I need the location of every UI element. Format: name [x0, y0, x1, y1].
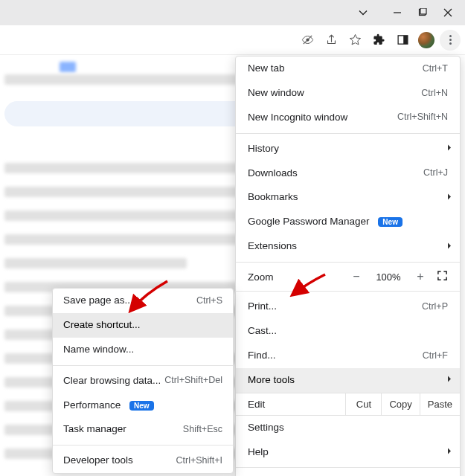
menu-label: Create shortcut...	[63, 318, 141, 332]
chevron-right-icon	[447, 142, 452, 156]
new-badge: New	[378, 217, 403, 227]
kebab-menu-button[interactable]	[440, 30, 461, 51]
submenu-performance[interactable]: Performance New	[53, 393, 233, 418]
submenu-save-page[interactable]: Save page as... Ctrl+S	[53, 289, 233, 313]
menu-label: Google Password Manager	[248, 216, 370, 227]
profile-avatar[interactable]	[416, 30, 437, 51]
menu-label: Print...	[248, 300, 277, 314]
separator	[236, 133, 460, 134]
menu-label: Bookmarks	[248, 190, 298, 205]
menu-label-with-badge: Performance New	[63, 399, 154, 413]
zoom-value: 100%	[373, 271, 404, 283]
separator	[236, 291, 460, 292]
edit-cut-button[interactable]: Cut	[346, 393, 382, 415]
text-selection	[60, 62, 76, 72]
menu-bookmarks[interactable]: Bookmarks	[236, 185, 460, 210]
close-button[interactable]	[435, 2, 461, 23]
placeholder-line	[4, 258, 187, 268]
submenu-developer-tools[interactable]: Developer tools Ctrl+Shift+I	[53, 448, 233, 473]
menu-label: Zoom	[248, 271, 340, 283]
reading-list-icon[interactable]	[392, 30, 413, 51]
menu-label: More tools	[248, 373, 295, 387]
submenu-create-shortcut[interactable]: Create shortcut...	[53, 313, 233, 338]
shortcut: Ctrl+P	[422, 300, 448, 314]
menu-settings[interactable]: Settings	[236, 416, 460, 440]
menu-label: Clear browsing data...	[63, 374, 161, 388]
menu-label: Cast...	[248, 324, 277, 338]
edit-paste-button[interactable]: Paste	[420, 393, 460, 415]
separator	[53, 445, 233, 446]
menu-help[interactable]: Help	[236, 440, 460, 465]
menu-label: Edit	[236, 393, 346, 415]
shortcut: Ctrl+Shift+I	[176, 454, 222, 468]
menu-label: New Incognito window	[248, 111, 347, 125]
svg-rect-2	[420, 8, 426, 14]
shortcut: Ctrl+T	[423, 62, 448, 76]
menu-label: New tab	[248, 62, 285, 76]
shortcut: Ctrl+F	[423, 350, 448, 363]
menu-label: Save page as...	[63, 294, 133, 308]
separator	[53, 365, 233, 366]
menu-new-incognito[interactable]: New Incognito window Ctrl+Shift+N	[236, 106, 460, 130]
shortcut: Ctrl+J	[423, 167, 448, 180]
menu-zoom-row: Zoom − 100% +	[236, 266, 460, 288]
menu-edit-row: Edit Cut Copy Paste	[236, 393, 460, 416]
menu-more-tools[interactable]: More tools	[236, 368, 460, 393]
menu-label: Help	[248, 446, 269, 460]
menu-new-tab[interactable]: New tab Ctrl+T	[236, 57, 460, 81]
shortcut: Shift+Esc	[183, 423, 222, 437]
separator	[236, 467, 460, 468]
star-icon[interactable]	[344, 30, 365, 51]
shortcut: Ctrl+N	[421, 87, 448, 100]
eye-icon[interactable]	[297, 30, 318, 51]
menu-extensions[interactable]: Extensions	[236, 234, 460, 259]
chrome-main-menu: New tab Ctrl+T New window Ctrl+N New Inc…	[235, 56, 461, 476]
menu-find[interactable]: Find... Ctrl+F	[236, 344, 460, 368]
edit-copy-button[interactable]: Copy	[382, 393, 420, 415]
menu-cast[interactable]: Cast...	[236, 319, 460, 344]
menu-label: Task manager	[63, 422, 126, 437]
chevron-right-icon	[447, 239, 452, 254]
chevron-right-icon	[447, 190, 452, 205]
menu-label: Extensions	[248, 239, 297, 254]
menu-label: History	[248, 142, 279, 156]
menu-exit[interactable]: Exit	[236, 471, 460, 476]
submenu-name-window[interactable]: Name window...	[53, 338, 233, 362]
zoom-in-button[interactable]: +	[413, 270, 428, 283]
menu-password-manager[interactable]: Google Password Manager New	[236, 210, 460, 234]
more-tools-submenu: Save page as... Ctrl+S Create shortcut..…	[52, 288, 234, 474]
menu-label: Find...	[248, 349, 276, 363]
minimize-button[interactable]	[385, 2, 410, 23]
separator	[236, 262, 460, 263]
menu-label: Developer tools	[63, 454, 133, 468]
menu-label: Name window...	[63, 343, 134, 357]
menu-downloads[interactable]: Downloads Ctrl+J	[236, 161, 460, 186]
menu-label-with-badge: Google Password Manager New	[248, 215, 403, 229]
new-badge: New	[129, 401, 154, 411]
menu-label: Downloads	[248, 167, 298, 181]
menu-label: New window	[248, 86, 304, 100]
maximize-button[interactable]	[410, 2, 435, 23]
zoom-out-button[interactable]: −	[349, 270, 364, 283]
submenu-clear-browsing[interactable]: Clear browsing data... Ctrl+Shift+Del	[53, 369, 233, 393]
menu-print[interactable]: Print... Ctrl+P	[236, 295, 460, 319]
menu-history[interactable]: History	[236, 137, 460, 161]
tab-dropdown-icon[interactable]	[350, 2, 376, 23]
chevron-right-icon	[447, 373, 452, 387]
fullscreen-icon[interactable]	[437, 270, 448, 283]
submenu-task-manager[interactable]: Task manager Shift+Esc	[53, 417, 233, 442]
menu-label: Performance	[63, 399, 121, 411]
chevron-right-icon	[447, 446, 452, 460]
share-icon[interactable]	[321, 30, 341, 51]
extensions-icon[interactable]	[368, 30, 389, 51]
shortcut: Ctrl+Shift+Del	[164, 374, 222, 387]
shortcut: Ctrl+Shift+N	[397, 111, 448, 124]
shortcut: Ctrl+S	[196, 295, 222, 308]
menu-new-window[interactable]: New window Ctrl+N	[236, 81, 460, 106]
svg-rect-6	[403, 36, 408, 44]
menu-label: Settings	[248, 421, 284, 435]
